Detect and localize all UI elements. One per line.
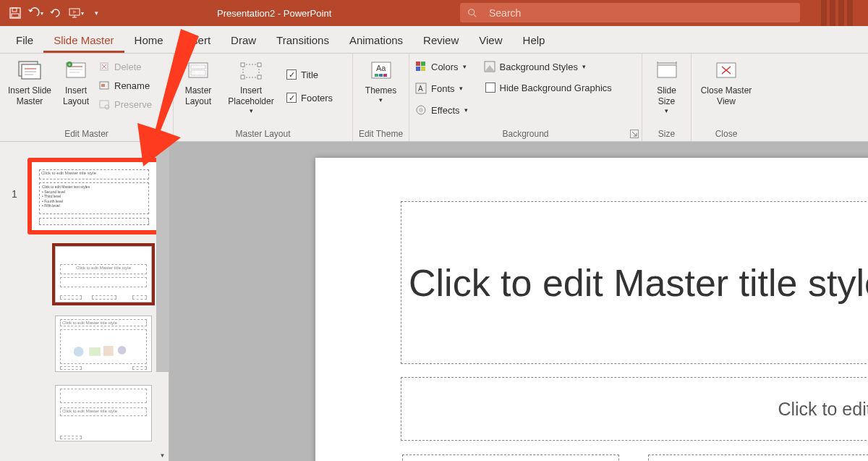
footers-checkbox[interactable]: Footers <box>284 90 336 106</box>
slide-edit-area[interactable]: Click to edit Master title style Click t… <box>169 142 868 461</box>
svg-rect-33 <box>258 75 261 79</box>
footer-placeholder[interactable] <box>648 454 868 461</box>
title-footers-col: Title Footers <box>284 56 336 106</box>
redo-icon[interactable] <box>48 5 64 21</box>
tab-transitions[interactable]: Transitions <box>266 28 339 53</box>
effects-icon <box>415 104 427 116</box>
search-icon <box>467 8 477 18</box>
tab-draw[interactable]: Draw <box>221 28 266 53</box>
svg-rect-2 <box>12 14 19 17</box>
insert-slide-master-button[interactable]: Insert Slide Master <box>4 56 55 109</box>
colors-button[interactable]: Colors▾ <box>414 58 469 75</box>
edit-master-stack: Delete Rename Preserve <box>97 56 153 113</box>
tab-home[interactable]: Home <box>124 28 174 53</box>
placeholder-icon <box>240 58 262 84</box>
bg-col2: Background Styles▾ Hide Background Graph… <box>482 56 615 96</box>
svg-rect-29 <box>243 64 259 77</box>
tab-help[interactable]: Help <box>513 28 556 53</box>
master-index: 1 <box>12 188 17 200</box>
svg-rect-31 <box>258 63 261 67</box>
tab-insert[interactable]: Insert <box>174 28 221 53</box>
fonts-button[interactable]: AFonts▾ <box>414 80 469 97</box>
tab-review[interactable]: Review <box>413 28 469 53</box>
master-layout-button[interactable]: Master Layout <box>178 56 218 109</box>
slide-master-thumbnail[interactable]: Click to edit Master title style Click t… <box>27 158 161 234</box>
svg-text:A: A <box>418 85 423 93</box>
slide-size-button[interactable]: Slide Size▾ <box>647 56 686 117</box>
svg-point-55 <box>74 347 84 357</box>
subtitle-placeholder[interactable]: Click to edit Master subtitle style <box>401 377 868 441</box>
checkbox-icon <box>286 93 297 103</box>
fonts-icon: A <box>415 83 427 94</box>
thumb-body-ph: Click to edit Master text styles • Secon… <box>39 182 149 214</box>
slide-canvas[interactable]: Click to edit Master title style Click t… <box>315 158 868 461</box>
svg-rect-32 <box>241 75 244 79</box>
title-placeholder[interactable]: Click to edit Master title style <box>401 201 868 364</box>
background-styles-button[interactable]: Background Styles▾ <box>482 58 615 75</box>
hide-bg-checkbox[interactable]: Hide Background Graphics <box>482 80 615 96</box>
group-edit-master: Insert Slide Master + Insert Layout Dele… <box>0 54 174 141</box>
preserve-icon <box>98 98 110 110</box>
rename-icon <box>98 80 110 91</box>
thumbnail-panel[interactable]: 1 Click to edit Master title style Click… <box>0 142 169 461</box>
svg-rect-38 <box>383 74 387 77</box>
preserve-button: Preserve <box>97 96 153 113</box>
svg-rect-41 <box>416 67 420 71</box>
checkbox-icon <box>485 83 495 93</box>
svg-rect-37 <box>379 74 383 77</box>
checkbox-icon <box>286 69 297 80</box>
layout-thumbnail-1[interactable]: Click to edit Master title style <box>55 246 152 303</box>
svg-point-46 <box>419 108 423 112</box>
slideshow-icon[interactable]: ▾ <box>68 5 84 21</box>
delete-icon <box>98 61 110 72</box>
group-label-master-layout: Master Layout <box>178 127 348 140</box>
insert-placeholder-button[interactable]: Insert Placeholder ▾ <box>221 56 281 117</box>
group-close: Close Master View Close <box>692 54 761 141</box>
svg-rect-1 <box>12 8 17 12</box>
close-master-view-button[interactable]: Close Master View <box>696 56 757 109</box>
tab-file[interactable]: File <box>6 28 43 53</box>
rename-button[interactable]: Rename <box>97 77 153 94</box>
quick-access-toolbar: ▾ ▾ ▾ <box>0 0 111 26</box>
group-label-background: Background <box>414 127 637 140</box>
qat-customize-icon[interactable]: ▾ <box>88 5 104 21</box>
search-box[interactable]: Search <box>460 3 800 22</box>
layout-thumbnail-2[interactable]: Click to edit Master title style <box>55 316 152 372</box>
svg-rect-30 <box>241 63 244 67</box>
svg-rect-57 <box>103 346 114 356</box>
insert-layout-button[interactable]: + Insert Layout <box>58 56 94 109</box>
layout-thumbnail-3[interactable]: Click to edit Master title style <box>55 385 152 441</box>
background-launcher-icon[interactable] <box>630 130 639 138</box>
date-placeholder[interactable] <box>402 454 619 461</box>
ribbon: Insert Slide Master + Insert Layout Dele… <box>0 54 868 142</box>
tab-view[interactable]: View <box>469 28 512 53</box>
thumb-scrollbar[interactable]: ▲ ▼ <box>156 142 169 461</box>
title-decor <box>821 0 861 26</box>
window-title: Presentation2 - PowerPoint <box>217 0 331 26</box>
group-label-edit-master: Edit Master <box>4 127 169 140</box>
svg-rect-36 <box>375 74 378 77</box>
close-icon <box>715 58 737 84</box>
group-master-layout: Master Layout Insert Placeholder ▾ Title… <box>174 54 353 141</box>
svg-rect-40 <box>421 62 425 66</box>
delete-button: Delete <box>97 58 153 75</box>
scroll-thumb[interactable] <box>156 146 169 372</box>
undo-icon[interactable]: ▾ <box>27 5 43 21</box>
search-placeholder: Search <box>489 7 521 19</box>
tab-animations[interactable]: Animations <box>339 28 413 53</box>
save-icon[interactable] <box>7 5 23 21</box>
svg-rect-39 <box>416 62 420 66</box>
title-checkbox[interactable]: Title <box>284 67 336 83</box>
slide-master-icon <box>17 58 42 84</box>
themes-button[interactable]: Aa Themes▾ <box>359 56 404 106</box>
group-label-close: Close <box>696 127 757 140</box>
svg-rect-23 <box>101 84 105 87</box>
group-edit-theme: Aa Themes▾ Edit Theme <box>353 54 409 141</box>
scroll-down-icon[interactable]: ▼ <box>156 449 169 461</box>
group-label-edit-theme: Edit Theme <box>357 127 404 140</box>
svg-rect-42 <box>421 67 425 71</box>
tab-slide-master[interactable]: Slide Master <box>43 28 124 53</box>
svg-rect-48 <box>658 65 676 77</box>
master-layout-icon <box>187 58 209 84</box>
effects-button[interactable]: Effects▾ <box>414 101 469 119</box>
